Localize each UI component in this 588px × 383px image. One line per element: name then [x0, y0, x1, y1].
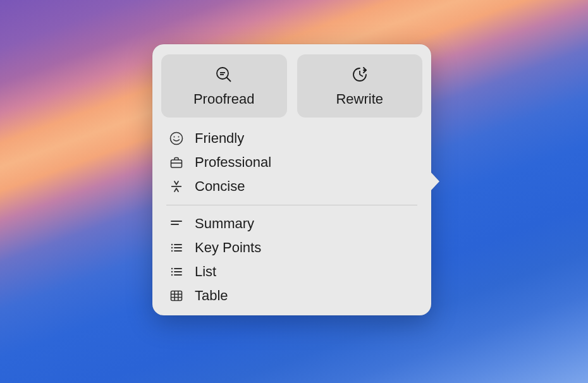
briefcase-icon [169, 155, 184, 170]
svg-point-9 [178, 137, 180, 138]
svg-point-8 [174, 137, 175, 138]
popover-arrow [431, 172, 439, 191]
svg-point-22 [171, 271, 173, 272]
svg-line-1 [227, 78, 231, 82]
proofread-icon [215, 66, 233, 83]
svg-point-7 [171, 133, 183, 145]
svg-point-17 [171, 250, 173, 252]
proofread-label: Proofread [193, 91, 255, 107]
writing-tools-popover: Proofread Rewrite [152, 44, 431, 315]
list-item[interactable]: List [164, 260, 420, 284]
format-section: Summary Key Points [159, 212, 425, 308]
concise-label: Concise [195, 178, 245, 195]
proofread-button[interactable]: Proofread [161, 54, 287, 118]
svg-line-6 [360, 75, 363, 76]
svg-point-16 [171, 247, 173, 248]
rewrite-button[interactable]: Rewrite [297, 54, 423, 118]
concise-item[interactable]: Concise [164, 174, 420, 198]
svg-rect-10 [171, 160, 182, 167]
keypoints-item[interactable]: Key Points [164, 236, 420, 260]
tone-section: Friendly Professional Concis [159, 126, 425, 198]
friendly-label: Friendly [195, 130, 244, 147]
primary-actions: Proofread Rewrite [159, 52, 425, 118]
svg-rect-27 [171, 291, 182, 301]
summary-label: Summary [195, 216, 254, 232]
svg-point-23 [171, 274, 173, 276]
professional-label: Professional [195, 154, 271, 171]
svg-point-15 [171, 244, 173, 245]
rewrite-label: Rewrite [336, 91, 383, 107]
svg-point-0 [217, 68, 228, 79]
svg-point-21 [171, 268, 173, 269]
rewrite-icon [351, 66, 369, 83]
list-label: List [195, 264, 216, 280]
table-icon [169, 288, 184, 303]
friendly-item[interactable]: Friendly [164, 126, 420, 150]
list-icon [169, 264, 184, 279]
summary-item[interactable]: Summary [164, 212, 420, 236]
smile-icon [169, 131, 184, 146]
table-item[interactable]: Table [164, 284, 420, 308]
summary-icon [169, 216, 184, 231]
concise-icon [169, 179, 184, 194]
keypoints-label: Key Points [195, 240, 261, 256]
table-label: Table [195, 288, 228, 304]
keypoints-icon [169, 240, 184, 255]
professional-item[interactable]: Professional [164, 150, 420, 174]
section-divider [166, 205, 417, 205]
